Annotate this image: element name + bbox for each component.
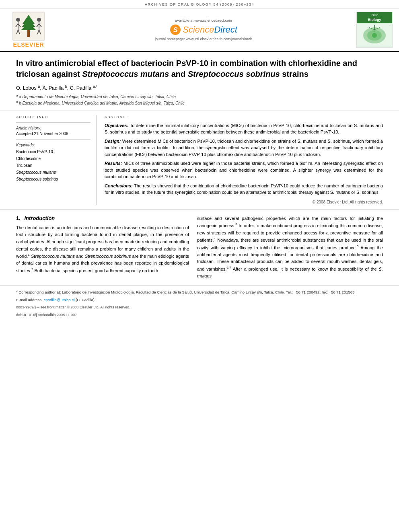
conclusions-text: The results showed that the combination … [105, 183, 383, 195]
keyword-3: Triclosan [16, 162, 90, 169]
email-line: E-mail address: cpadilla@utalca.cl (C. P… [16, 297, 383, 303]
page-wrapper: ARCHIVES OF ORAL BIOLOGY 54 (2009) 230–2… [0, 0, 399, 321]
main-content: 1. Introduction The dental caries is an … [0, 210, 399, 286]
affiliations: a a Departamento de Microbiología, Unive… [16, 93, 383, 107]
oral-biology-icon: Oral Biology [357, 12, 392, 47]
keywords-label: Keywords: [16, 143, 90, 147]
svg-text:Oral: Oral [371, 13, 377, 17]
objectives-label: Objectives: [105, 123, 128, 128]
elsevier-logo: ELSEVIER [6, 12, 51, 48]
objectives-text: To determine the minimal inhibitory conc… [105, 123, 383, 135]
right-column: surface and several pathogenic propertie… [197, 215, 383, 280]
introduction-right-text: surface and several pathogenic propertie… [197, 215, 383, 280]
abstract-results: Results: MICs of three antimicrobials us… [105, 160, 383, 180]
svg-point-6 [16, 18, 20, 22]
left-column: 1. Introduction The dental caries is an … [16, 215, 189, 280]
journal-citation: ARCHIVES OF ORAL BIOLOGY 54 (2009) 230–2… [145, 2, 254, 6]
elsevier-tree-icon [12, 12, 45, 41]
abstract-objectives: Objectives: To determine the minimal inh… [105, 122, 383, 136]
elsevier-brand-text: ELSEVIER [13, 41, 44, 48]
article-info-panel: ARTICLE INFO Article history: Accepted 2… [16, 115, 97, 205]
svg-point-26 [372, 33, 377, 38]
section-title-text: Introduction [24, 215, 55, 221]
results-label: Results: [105, 161, 122, 166]
journal-url: journal homepage: www.intl.elsevierhealt… [55, 37, 352, 41]
svg-point-12 [37, 18, 41, 22]
keyword-5: Streptococcus sobrinus [16, 176, 90, 183]
abstract-design: Design: Were determined MICs of bacterio… [105, 138, 383, 158]
email-suffix: (C. Padilla). [76, 298, 96, 302]
header-section: ELSEVIER available at www.sciencedirect.… [0, 8, 399, 52]
introduction-left-text: The dental caries is an infectious and c… [16, 224, 189, 274]
corresponding-author-text: Laboratorio de Investigación Microbiolog… [62, 290, 356, 294]
sciencedirect-text: ScienceDirect [183, 25, 237, 35]
keyword-4: Streptococcus mutans [16, 169, 90, 176]
history-label: Article history: [16, 126, 90, 130]
design-label: Design: [105, 139, 121, 144]
section-number: 1. [16, 215, 21, 221]
email-label: E-mail address: [16, 298, 43, 302]
keyword-1: Bacteriocin PsVP-10 [16, 148, 90, 155]
doi-note: doi:10.1016/j.archoralbio.2008.11.007 [16, 312, 383, 318]
abstract-text: Objectives: To determine the minimal inh… [105, 122, 383, 205]
keyword-2: Chlorhexidine [16, 155, 90, 162]
sciencedirect-icon: S [170, 24, 181, 35]
corresponding-author: * Corresponding author at: Laboratorio d… [16, 289, 383, 295]
sciencedirect-logo: S ScienceDirect [55, 24, 352, 35]
journal-header-bar: ARCHIVES OF ORAL BIOLOGY 54 (2009) 230–2… [0, 0, 399, 8]
results-text: MICs of three antimicrobials used were h… [105, 161, 383, 179]
svg-text:Biology: Biology [368, 18, 381, 22]
history-value: Accepted 21 November 2008 [16, 131, 90, 136]
email-link[interactable]: cpadilla@utalca.cl [44, 298, 75, 302]
issn-note: 0003-9969/$ – see front matter © 2008 El… [16, 304, 383, 310]
article-info-abstract: ARTICLE INFO Article history: Accepted 2… [0, 111, 399, 210]
oral-biology-logo: Oral Biology [356, 12, 393, 48]
available-text: available at www.sciencedirect.com [55, 18, 352, 23]
article-title-section: In vitro antimicrobial effect of bacteri… [0, 52, 399, 111]
abstract-title: ABSTRACT [105, 115, 383, 119]
keywords-list: Bacteriocin PsVP-10 Chlorhexidine Triclo… [16, 148, 90, 183]
svg-text:S: S [173, 27, 178, 33]
authors-line: O. Lobos a, A. Padilla b, C. Padilla a,* [16, 84, 383, 91]
header-center: available at www.sciencedirect.com S Sci… [51, 18, 356, 41]
corresponding-author-label: * Corresponding author at: [16, 290, 61, 294]
svg-rect-2 [27, 30, 30, 37]
article-title: In vitro antimicrobial effect of bacteri… [16, 58, 383, 80]
footer-section: * Corresponding author at: Laboratorio d… [0, 286, 399, 321]
article-info-title: ARTICLE INFO [16, 115, 90, 119]
copyright-line: © 2008 Elsevier Ltd. All rights reserved… [105, 199, 383, 205]
introduction-heading: 1. Introduction [16, 215, 189, 221]
abstract-section: ABSTRACT Objectives: To determine the mi… [105, 115, 383, 205]
design-text: Were determined MICs of bacteriocin PsVP… [105, 139, 383, 157]
conclusions-label: Conclusions: [105, 183, 133, 188]
abstract-conclusions: Conclusions: The results showed that the… [105, 183, 383, 196]
